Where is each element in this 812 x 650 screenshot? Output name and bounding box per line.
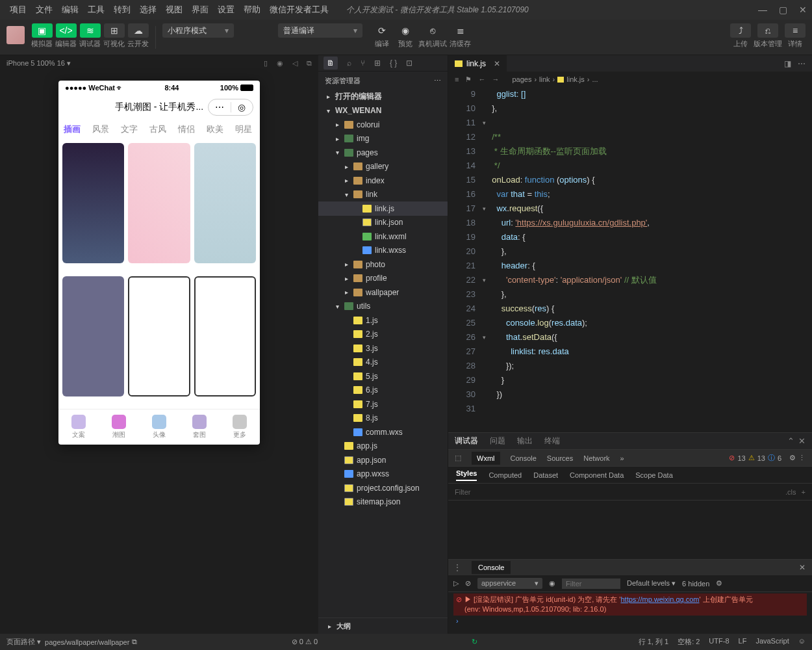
console-filter[interactable]	[562, 578, 620, 589]
mode-dropdown[interactable]: 小程序模式	[162, 23, 234, 38]
levels-dropdown[interactable]: Default levels ▾	[627, 579, 676, 588]
more-icon[interactable]: ⋯	[434, 77, 441, 85]
styles-subtab[interactable]: Component Data	[570, 471, 624, 479]
sync-icon[interactable]: ↻	[472, 638, 477, 646]
close-tab-icon[interactable]: ✕	[494, 59, 500, 68]
collapse-icon[interactable]: ⌃	[787, 436, 794, 446]
tree-item[interactable]: ▾pages	[318, 146, 448, 160]
error-link[interactable]: https://mp.weixin.qq.com	[620, 595, 699, 603]
menu-item[interactable]: 文件	[31, 4, 57, 16]
tree-item[interactable]: 4.js	[318, 356, 448, 370]
project-root[interactable]: ▾WX_WENAN	[318, 104, 448, 118]
tree-item[interactable]: app.js	[318, 439, 448, 454]
opened-editors[interactable]: ▸打开的编辑器	[318, 90, 448, 104]
phone-simulator[interactable]: ●●●●● WeChat ᯤ 8:44 100% 手机潮图 - 让手机秀... …	[58, 81, 260, 445]
code-editor[interactable]: 91011▾121314151617▾1819202122▾23242526▾2…	[448, 87, 812, 432]
simulator-button[interactable]: ▣	[32, 23, 53, 38]
menu-item[interactable]: 工具	[83, 4, 109, 16]
grid-item[interactable]	[62, 143, 124, 263]
close-icon[interactable]: ✕	[793, 563, 812, 572]
tree-item[interactable]: comm.wxs	[318, 425, 448, 439]
category-tab[interactable]: 文字	[121, 124, 138, 135]
avatar[interactable]	[6, 26, 25, 44]
debug-tab[interactable]: 问题	[490, 436, 505, 447]
editor-button[interactable]: </>	[56, 23, 77, 38]
gear-icon[interactable]: ⚙	[789, 454, 796, 462]
error-count[interactable]: 13	[737, 454, 745, 462]
tree-item[interactable]: ▸index	[318, 174, 448, 188]
category-tab[interactable]: 欧美	[207, 124, 223, 135]
close-icon[interactable]: ✕	[798, 436, 806, 446]
debug-tab[interactable]: 输出	[517, 436, 533, 447]
menu-item[interactable]: 设置	[213, 4, 239, 16]
tree-item[interactable]: ▸gallery	[318, 160, 448, 174]
debug-tab[interactable]: 终端	[544, 436, 560, 447]
editor-tab[interactable]: link.js ✕	[448, 55, 507, 72]
styles-filter[interactable]: Filter	[455, 488, 470, 496]
tree-item[interactable]: ▸colorui	[318, 118, 448, 132]
styles-subtab[interactable]: Dataset	[533, 471, 558, 479]
hidden-count[interactable]: 6 hidden	[682, 580, 709, 588]
menu-item[interactable]: 转到	[109, 4, 135, 16]
grid-icon[interactable]: ⊞	[374, 58, 381, 68]
menu-item[interactable]: 帮助	[239, 4, 265, 16]
tree-item[interactable]: project.config.json	[318, 481, 448, 495]
nav-item[interactable]: 更多	[220, 410, 260, 445]
upload-button[interactable]: ⤴	[730, 23, 751, 38]
tree-item[interactable]: ▾link	[318, 188, 448, 202]
visual-button[interactable]: ⊞	[104, 23, 125, 38]
more-icon[interactable]: ⋯	[798, 59, 806, 68]
indent-info[interactable]: 空格: 2	[678, 637, 700, 647]
tree-item[interactable]: app.json	[318, 453, 448, 467]
clear-cache-button[interactable]: ≣	[450, 23, 471, 38]
console-tab[interactable]: Console	[472, 561, 511, 574]
menu-item[interactable]: 选择	[135, 4, 161, 16]
compile-mode-dropdown[interactable]: 普通编译	[278, 23, 362, 38]
wxml-tab[interactable]: Wxml	[472, 452, 500, 465]
sim-record-icon[interactable]: ◉	[277, 59, 283, 68]
list-icon[interactable]: ≡	[455, 75, 459, 84]
split-icon[interactable]: ◨	[784, 59, 791, 68]
copy-icon[interactable]: ⧉	[132, 638, 137, 646]
tree-item[interactable]: ▸photo	[318, 257, 448, 272]
tree-item[interactable]: ▸img	[318, 132, 448, 146]
eye-icon[interactable]: ◉	[549, 579, 555, 588]
info-count[interactable]: 6	[778, 454, 781, 462]
git-icon[interactable]: ⑂	[361, 58, 365, 68]
network-tab[interactable]: Network	[583, 454, 609, 462]
nav-item[interactable]: 套图	[179, 410, 220, 445]
grid-item[interactable]	[194, 143, 256, 263]
add-style-icon[interactable]: +	[802, 488, 806, 496]
gear-icon[interactable]: ⚙	[716, 579, 722, 588]
sim-phone-icon[interactable]: ▯	[264, 59, 268, 68]
menu-item[interactable]: 编辑	[57, 4, 83, 16]
outline-section[interactable]: 大纲	[336, 621, 351, 631]
sources-tab[interactable]: Sources	[547, 454, 573, 462]
nav-item[interactable]: 头像	[139, 410, 179, 445]
tree-item[interactable]: 7.js	[318, 397, 448, 411]
version-button[interactable]: ⎌	[757, 23, 778, 38]
console-tab[interactable]: Console	[511, 454, 537, 462]
category-tab[interactable]: 风景	[92, 124, 109, 135]
category-tab[interactable]: 明星	[235, 124, 252, 135]
category-tab[interactable]: 插画	[64, 124, 81, 135]
remote-debug-button[interactable]: ⎋	[422, 23, 443, 38]
kebab-icon[interactable]: ⋮	[448, 563, 466, 572]
tree-item[interactable]: ▸profile	[318, 272, 448, 286]
styles-subtab[interactable]: Computed	[488, 471, 522, 479]
search-icon[interactable]: ⌕	[347, 58, 351, 68]
tree-item[interactable]: 3.js	[318, 341, 448, 356]
tree-item[interactable]: 5.js	[318, 369, 448, 384]
device-selector[interactable]: iPhone 5 100% 16 ▾	[6, 59, 71, 68]
menu-item[interactable]: 视图	[161, 4, 187, 16]
tree-item[interactable]: 1.js	[318, 313, 448, 328]
clear-icon[interactable]: ⊘	[465, 579, 471, 588]
tree-item[interactable]: ▾utils	[318, 300, 448, 314]
tree-item[interactable]: app.wxss	[318, 467, 448, 482]
context-selector[interactable]: appservice	[477, 578, 542, 589]
ext-icon[interactable]: ⊡	[406, 58, 412, 68]
capsule-button[interactable]: ⋯◎	[208, 99, 253, 116]
sim-mute-icon[interactable]: ◁	[292, 59, 298, 68]
grid-item[interactable]	[128, 276, 190, 396]
menu-item[interactable]: 界面	[187, 4, 213, 16]
